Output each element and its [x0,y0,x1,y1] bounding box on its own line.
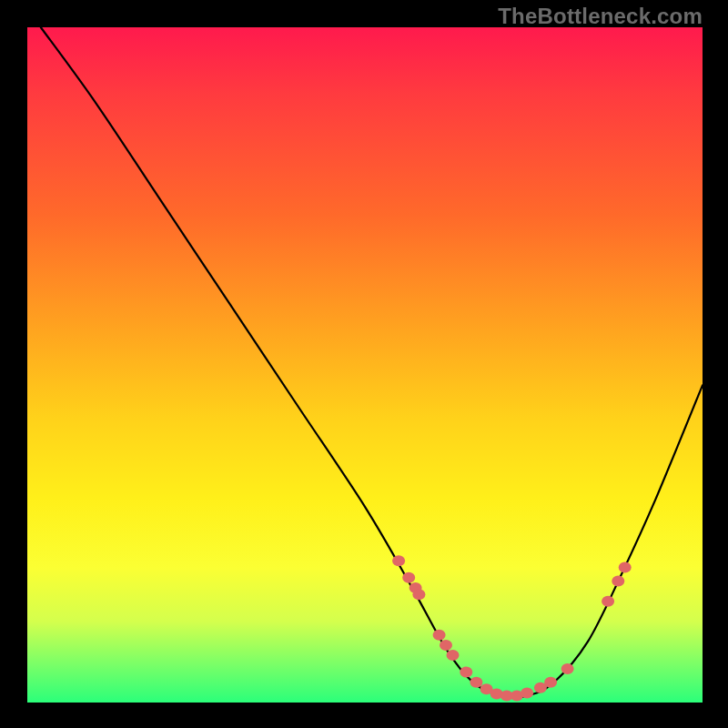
data-marker [612,575,624,586]
data-marker [470,677,482,688]
bottleneck-curve [41,27,703,697]
watermark-text: TheBottleneck.com [498,4,703,29]
data-marker [544,677,557,688]
data-marker [447,650,460,661]
data-marker [602,596,614,607]
data-marker [561,663,574,674]
data-marker [392,555,405,566]
data-marker [521,688,533,699]
data-marker [433,630,446,641]
chart-frame: TheBottleneck.com [0,0,728,728]
data-marker [402,572,415,583]
data-marker [440,640,452,651]
chart-svg [27,27,703,703]
data-marker [619,562,632,573]
data-marker [460,667,472,678]
plot-area [27,27,703,703]
data-marker [412,589,425,600]
